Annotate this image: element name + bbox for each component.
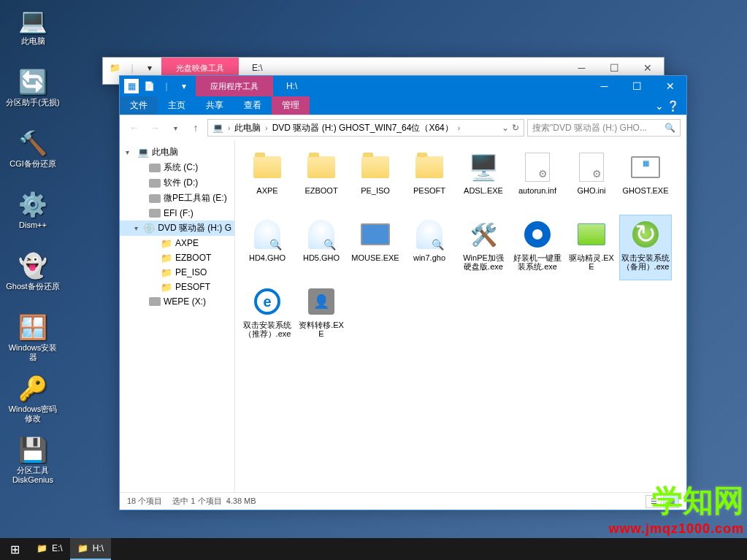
file-item[interactable]: PE_ISO	[349, 147, 402, 213]
address-bar: ← → ▾ ↑ 💻 › 此电脑 › DVD 驱动器 (H:) GHOST_WIN…	[120, 115, 686, 140]
file-item[interactable]: 驱动精灵.EXE	[565, 215, 618, 280]
chevron-right-icon[interactable]: ›	[456, 124, 461, 132]
title-bar-front[interactable]: ▦ 📄 | ▾ 应用程序工具 H:\ ─ ☐ ✕	[120, 76, 686, 96]
ribbon-tab-view[interactable]: 查看	[234, 96, 272, 115]
tree-item[interactable]: 微PE工具箱 (E:)	[120, 191, 234, 206]
file-item[interactable]: win7.gho	[403, 215, 456, 280]
tree-item[interactable]: ▾💿DVD 驱动器 (H:) G	[120, 220, 234, 236]
file-label: GHOST.EXE	[623, 186, 669, 195]
tree-item[interactable]: 软件 (D:)	[120, 175, 234, 191]
tree-item[interactable]: 📁EZBOOT	[120, 250, 234, 265]
file-label: 驱动精灵.EXE	[567, 253, 616, 271]
maximize-button[interactable]: ☐	[621, 76, 654, 96]
desktop-icon-Windows密码修改[interactable]: 🔑Windows密码修改	[6, 374, 60, 425]
desktop-icon-label: 分区工具DiskGenius	[6, 466, 60, 485]
qat-dropdown[interactable]: ▾	[177, 79, 191, 93]
desktop-icon-分区助手(无损)[interactable]: 🔄分区助手(无损)	[6, 67, 60, 118]
nav-history-dropdown[interactable]: ▾	[166, 119, 184, 137]
tree-label: PE_ISO	[175, 267, 207, 277]
explorer-window-front[interactable]: ▦ 📄 | ▾ 应用程序工具 H:\ ─ ☐ ✕ 文件 主页 共享 查看 管理 …	[119, 75, 687, 510]
file-item[interactable]: PESOFT	[403, 147, 456, 213]
file-item[interactable]: autorun.inf	[511, 147, 564, 213]
ribbon-tab-share[interactable]: 共享	[196, 96, 234, 115]
tree-item[interactable]: 📁PESOFT	[120, 280, 234, 294]
ribbon-tab-manage[interactable]: 管理	[272, 96, 310, 115]
qat-divider: |	[125, 61, 139, 75]
tree-item[interactable]: ▾💻此电脑	[120, 145, 234, 160]
desktop-icon-label: 此电脑	[21, 37, 45, 46]
file-icon: ▦	[628, 150, 663, 185]
file-label: ADSL.EXE	[464, 186, 503, 195]
file-icon	[250, 217, 285, 252]
watermark-url: www.jmqz1000.com	[609, 521, 744, 537]
file-item[interactable]: 双击安装系统（推荐）.exe	[241, 282, 294, 348]
status-selection: 选中 1 个项目 4.38 MB	[172, 496, 256, 507]
desktop-icon-Ghost备份还原[interactable]: 👻Ghost备份还原	[6, 251, 60, 302]
taskbar-item[interactable]: 📁H:\	[70, 538, 111, 560]
desktop-icon-CGI备份还原[interactable]: 🔨CGI备份还原	[6, 129, 60, 180]
tree-label: 系统 (C:)	[164, 161, 198, 174]
tree-item[interactable]: EFI (F:)	[120, 206, 234, 220]
desktop-icon-Dism++[interactable]: ⚙️Dism++	[6, 190, 60, 241]
refresh-icon[interactable]: ↻	[512, 123, 519, 133]
tree-label: EZBOOT	[175, 253, 211, 263]
taskbar[interactable]: ⊞ 📁E:\📁H:\	[0, 538, 747, 560]
qat-props[interactable]: 📄	[142, 79, 156, 93]
file-item[interactable]: ↻双击安装系统（备用）.exe	[619, 215, 672, 280]
file-item[interactable]: AXPE	[241, 147, 294, 213]
breadcrumb[interactable]: 💻 › 此电脑 › DVD 驱动器 (H:) GHOST_WIN7_64位（X6…	[207, 119, 524, 137]
file-icon	[358, 150, 393, 185]
file-label: HD4.GHO	[249, 253, 286, 262]
file-item[interactable]: MOUSE.EXE	[349, 215, 402, 280]
navigation-pane[interactable]: ▾💻此电脑系统 (C:)软件 (D:)微PE工具箱 (E:)EFI (F:)▾💿…	[120, 140, 235, 492]
search-icon[interactable]: 🔍	[664, 123, 675, 133]
file-item[interactable]: EZBOOT	[295, 147, 348, 213]
watermark-text: 学知网	[609, 480, 744, 521]
tree-item[interactable]: 📁AXPE	[120, 236, 234, 250]
tree-item[interactable]: 📁PE_ISO	[120, 265, 234, 280]
file-item[interactable]: HD5.GHO	[295, 215, 348, 280]
desktop-icon-分区工具DiskGenius[interactable]: 💾分区工具DiskGenius	[6, 435, 60, 486]
file-icon	[520, 217, 555, 252]
tree-item[interactable]: WEPE (X:)	[120, 294, 234, 309]
breadcrumb-drive[interactable]: DVD 驱动器 (H:) GHOST_WIN7_64位（X64）	[269, 122, 456, 134]
nav-forward-button[interactable]: →	[146, 119, 164, 137]
chevron-icon[interactable]: ▾	[126, 148, 134, 156]
content-pane[interactable]: AXPEEZBOOTPE_ISOPESOFT🖥️ADSL.EXEautorun.…	[235, 140, 686, 492]
file-label: autorun.inf	[518, 186, 556, 195]
chevron-right-icon[interactable]: ›	[264, 124, 269, 132]
file-item[interactable]: 🛠️WinPE加强硬盘版.exe	[457, 215, 510, 280]
close-button[interactable]: ✕	[654, 76, 686, 96]
desktop-icon-此电脑[interactable]: 💻此电脑	[6, 6, 60, 57]
file-item[interactable]: HD4.GHO	[241, 215, 294, 280]
search-input[interactable]: 搜索"DVD 驱动器 (H:) GHO... 🔍	[527, 119, 681, 137]
ribbon-tab-file[interactable]: 文件	[120, 96, 158, 115]
file-icon	[358, 217, 393, 252]
tree-item[interactable]: 系统 (C:)	[120, 160, 234, 175]
tree-label: 此电脑	[152, 146, 178, 158]
chevron-right-icon[interactable]: ›	[226, 124, 231, 132]
nav-back-button[interactable]: ←	[126, 119, 143, 137]
breadcrumb-pc-icon[interactable]: 💻	[210, 123, 226, 133]
tree-icon: 📁	[161, 252, 172, 264]
file-item[interactable]: 好装机一键重装系统.exe	[511, 215, 564, 280]
file-item[interactable]: 👤资料转移.EXE	[295, 282, 348, 348]
tree-label: AXPE	[175, 238, 199, 248]
chevron-icon[interactable]: ▾	[134, 224, 141, 232]
breadcrumb-root[interactable]: 此电脑	[231, 122, 264, 134]
file-label: WinPE加强硬盘版.exe	[459, 253, 507, 271]
taskbar-item[interactable]: 📁E:\	[29, 538, 70, 560]
ribbon-help-icon[interactable]: ⌄ ❔	[648, 100, 686, 112]
minimize-button[interactable]: ─	[588, 76, 621, 96]
desktop-icon-Windows安装器[interactable]: 🪟Windows安装器	[6, 312, 60, 364]
file-item[interactable]: 🖥️ADSL.EXE	[457, 147, 510, 213]
start-button[interactable]: ⊞	[0, 538, 29, 560]
context-tab-front[interactable]: 应用程序工具	[196, 76, 273, 96]
qat-dropdown[interactable]: ▾	[142, 61, 157, 75]
nav-up-button[interactable]: ↑	[187, 119, 204, 137]
file-item[interactable]: GHO.ini	[565, 147, 618, 213]
file-item[interactable]: ▦GHOST.EXE	[619, 147, 672, 213]
ribbon-tab-home[interactable]: 主页	[158, 96, 196, 115]
address-dropdown-icon[interactable]: ⌄	[502, 123, 509, 133]
desktop-app-icon: 🔑	[18, 374, 47, 403]
